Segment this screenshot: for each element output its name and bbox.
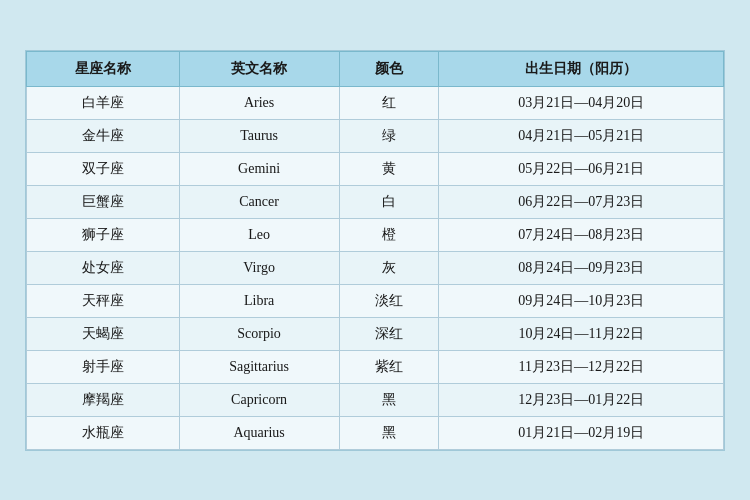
cell-dates: 03月21日—04月20日 bbox=[439, 86, 724, 119]
cell-chinese-name: 巨蟹座 bbox=[27, 185, 180, 218]
cell-color: 紫红 bbox=[339, 350, 439, 383]
cell-english-name: Capricorn bbox=[179, 383, 339, 416]
table-row: 水瓶座Aquarius黑01月21日—02月19日 bbox=[27, 416, 724, 449]
cell-color: 橙 bbox=[339, 218, 439, 251]
cell-color: 黄 bbox=[339, 152, 439, 185]
cell-chinese-name: 天秤座 bbox=[27, 284, 180, 317]
table-body: 白羊座Aries红03月21日—04月20日金牛座Taurus绿04月21日—0… bbox=[27, 86, 724, 449]
header-dates: 出生日期（阳历） bbox=[439, 51, 724, 86]
table-row: 巨蟹座Cancer白06月22日—07月23日 bbox=[27, 185, 724, 218]
cell-english-name: Sagittarius bbox=[179, 350, 339, 383]
table-row: 双子座Gemini黄05月22日—06月21日 bbox=[27, 152, 724, 185]
cell-chinese-name: 白羊座 bbox=[27, 86, 180, 119]
table-row: 白羊座Aries红03月21日—04月20日 bbox=[27, 86, 724, 119]
cell-english-name: Leo bbox=[179, 218, 339, 251]
table-row: 天秤座Libra淡红09月24日—10月23日 bbox=[27, 284, 724, 317]
cell-english-name: Aquarius bbox=[179, 416, 339, 449]
cell-color: 黑 bbox=[339, 416, 439, 449]
cell-dates: 05月22日—06月21日 bbox=[439, 152, 724, 185]
cell-chinese-name: 摩羯座 bbox=[27, 383, 180, 416]
cell-color: 白 bbox=[339, 185, 439, 218]
cell-color: 黑 bbox=[339, 383, 439, 416]
cell-chinese-name: 射手座 bbox=[27, 350, 180, 383]
table-row: 处女座Virgo灰08月24日—09月23日 bbox=[27, 251, 724, 284]
cell-dates: 04月21日—05月21日 bbox=[439, 119, 724, 152]
cell-color: 红 bbox=[339, 86, 439, 119]
cell-color: 绿 bbox=[339, 119, 439, 152]
cell-chinese-name: 狮子座 bbox=[27, 218, 180, 251]
header-color: 颜色 bbox=[339, 51, 439, 86]
cell-english-name: Gemini bbox=[179, 152, 339, 185]
cell-english-name: Scorpio bbox=[179, 317, 339, 350]
cell-color: 灰 bbox=[339, 251, 439, 284]
table-row: 金牛座Taurus绿04月21日—05月21日 bbox=[27, 119, 724, 152]
cell-chinese-name: 水瓶座 bbox=[27, 416, 180, 449]
cell-english-name: Aries bbox=[179, 86, 339, 119]
cell-chinese-name: 金牛座 bbox=[27, 119, 180, 152]
cell-color: 深红 bbox=[339, 317, 439, 350]
cell-english-name: Virgo bbox=[179, 251, 339, 284]
table-row: 狮子座Leo橙07月24日—08月23日 bbox=[27, 218, 724, 251]
cell-english-name: Taurus bbox=[179, 119, 339, 152]
table-header-row: 星座名称 英文名称 颜色 出生日期（阳历） bbox=[27, 51, 724, 86]
cell-dates: 10月24日—11月22日 bbox=[439, 317, 724, 350]
cell-dates: 08月24日—09月23日 bbox=[439, 251, 724, 284]
header-chinese-name: 星座名称 bbox=[27, 51, 180, 86]
cell-chinese-name: 天蝎座 bbox=[27, 317, 180, 350]
table-row: 射手座Sagittarius紫红11月23日—12月22日 bbox=[27, 350, 724, 383]
cell-dates: 12月23日—01月22日 bbox=[439, 383, 724, 416]
cell-dates: 07月24日—08月23日 bbox=[439, 218, 724, 251]
zodiac-table-container: 星座名称 英文名称 颜色 出生日期（阳历） 白羊座Aries红03月21日—04… bbox=[25, 50, 725, 451]
zodiac-table: 星座名称 英文名称 颜色 出生日期（阳历） 白羊座Aries红03月21日—04… bbox=[26, 51, 724, 450]
cell-english-name: Cancer bbox=[179, 185, 339, 218]
cell-color: 淡红 bbox=[339, 284, 439, 317]
cell-dates: 06月22日—07月23日 bbox=[439, 185, 724, 218]
header-english-name: 英文名称 bbox=[179, 51, 339, 86]
table-row: 摩羯座Capricorn黑12月23日—01月22日 bbox=[27, 383, 724, 416]
cell-dates: 09月24日—10月23日 bbox=[439, 284, 724, 317]
cell-dates: 11月23日—12月22日 bbox=[439, 350, 724, 383]
cell-chinese-name: 双子座 bbox=[27, 152, 180, 185]
cell-chinese-name: 处女座 bbox=[27, 251, 180, 284]
cell-dates: 01月21日—02月19日 bbox=[439, 416, 724, 449]
cell-english-name: Libra bbox=[179, 284, 339, 317]
table-row: 天蝎座Scorpio深红10月24日—11月22日 bbox=[27, 317, 724, 350]
